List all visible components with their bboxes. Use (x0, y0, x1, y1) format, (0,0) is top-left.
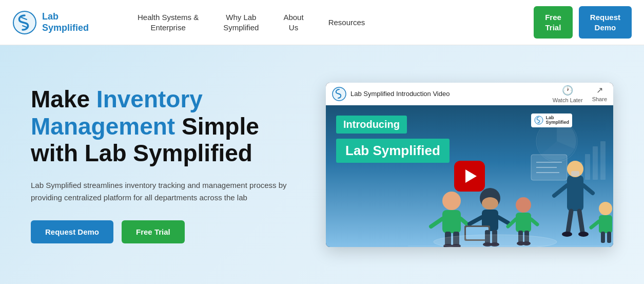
svg-point-48 (599, 202, 612, 215)
nav-item-resources[interactable]: Resources (316, 17, 378, 28)
share-label: Share (592, 96, 607, 102)
navbar: Lab Symplified Health Systems & Enterpri… (0, 0, 644, 45)
hero-content: Make InventoryManagement Simplewith Lab … (31, 86, 295, 244)
nav-free-trial-button[interactable]: Free Trial (534, 6, 573, 39)
svg-line-33 (498, 217, 508, 223)
hero-free-trial-button[interactable]: Free Trial (122, 220, 185, 243)
video-top-left: Lab Symplified Introduction Video (332, 87, 450, 101)
svg-point-40 (516, 197, 531, 213)
hero-request-demo-button[interactable]: Request Demo (31, 220, 113, 243)
svg-rect-16 (571, 171, 579, 176)
svg-rect-8 (567, 175, 583, 211)
svg-point-53 (434, 235, 557, 247)
svg-rect-22 (442, 210, 461, 233)
svg-rect-52 (607, 232, 611, 243)
video-overlay-text: Introducing Lab Symplified (336, 116, 450, 163)
svg-line-43 (531, 219, 537, 224)
introducing-label: Introducing (336, 116, 407, 134)
nav-request-demo-button[interactable]: Request Demo (579, 6, 632, 39)
svg-line-13 (579, 211, 582, 232)
nav-item-about-us[interactable]: About Us (271, 12, 316, 32)
svg-rect-41 (516, 213, 531, 232)
hero-heading-make: Make (31, 86, 96, 112)
svg-line-24 (461, 219, 467, 224)
nav-actions: Free Trial Request Demo (534, 6, 632, 39)
watch-later-button[interactable]: 🕐 Watch Later (553, 85, 583, 103)
watch-later-label: Watch Later (553, 97, 583, 103)
play-button[interactable] (454, 161, 485, 192)
video-container[interactable]: Lab Symplified Introduction Video 🕐 Watc… (326, 83, 613, 247)
lab-symplified-label: Lab Symplified (336, 139, 450, 163)
video-watermark: Lab Symplified (531, 113, 572, 128)
share-button[interactable]: ↗ Share (592, 85, 607, 102)
svg-line-50 (591, 221, 599, 228)
hero-subtext: Lab Symplified streamlines inventory tra… (31, 179, 287, 204)
play-triangle-icon (465, 169, 477, 183)
hero-section: Make InventoryManagement Simplewith Lab … (0, 45, 644, 284)
share-icon: ↗ (596, 85, 603, 95)
video-title: Lab Symplified Introduction Video (350, 90, 450, 98)
svg-point-15 (578, 232, 589, 237)
video-top-right: 🕐 Watch Later ↗ Share (553, 85, 607, 103)
video-main-area[interactable]: Introducing Lab Symplified Lab Symplifie… (326, 105, 613, 247)
video-top-bar: Lab Symplified Introduction Video 🕐 Watc… (326, 83, 613, 105)
svg-line-23 (431, 219, 442, 226)
hero-heading: Make InventoryManagement Simplewith Lab … (31, 86, 295, 167)
watermark-icon (534, 116, 543, 125)
svg-rect-51 (601, 232, 605, 243)
watermark-text-line2: Symplified (545, 120, 569, 125)
svg-point-21 (442, 192, 461, 210)
nav-item-why-lab[interactable]: Why Lab Symplified (211, 12, 271, 32)
logo-icon (12, 10, 37, 35)
svg-line-12 (568, 211, 571, 232)
clock-icon: 🕐 (562, 85, 573, 96)
svg-line-32 (470, 217, 482, 224)
svg-point-30 (482, 197, 498, 210)
svg-line-10 (554, 185, 567, 196)
video-logo-icon (332, 87, 346, 101)
hero-video: Lab Symplified Introduction Video 🕐 Watc… (326, 83, 613, 247)
nav-links: Health Systems & Enterprise Why Lab Symp… (125, 12, 534, 32)
logo[interactable]: Lab Symplified (12, 10, 105, 35)
svg-point-14 (562, 232, 572, 237)
nav-item-health-systems[interactable]: Health Systems & Enterprise (125, 12, 211, 32)
svg-line-11 (583, 185, 593, 193)
hero-buttons: Request Demo Free Trial (31, 220, 295, 243)
svg-rect-49 (599, 215, 612, 233)
